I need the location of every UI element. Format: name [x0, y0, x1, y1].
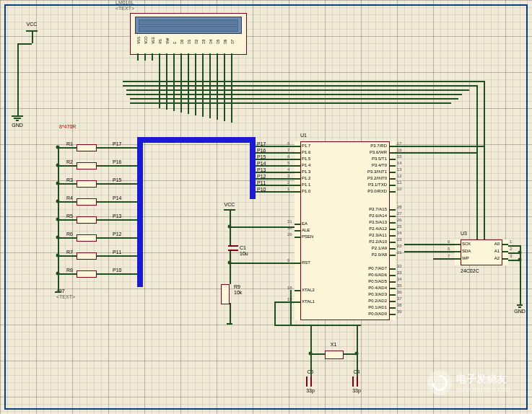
pin-name: XTAL1 — [302, 299, 315, 304]
c1-value: 10u — [240, 251, 248, 256]
r9-value: 10k — [234, 290, 242, 295]
pin-name: P1.2 — [302, 176, 310, 180]
resistor-ref: R6 — [66, 232, 73, 237]
net-label: P16 — [113, 159, 121, 164]
label-vcc: VCC — [27, 22, 38, 27]
pin-name: P2.4/A12 — [369, 226, 387, 231]
pin-name: P2.6/A14 — [369, 213, 387, 218]
pin-name: P0.2/AD2 — [368, 299, 387, 303]
pin-number: 35 — [397, 283, 402, 288]
u1-ref: U1 — [300, 133, 307, 138]
component-resistor[interactable] — [77, 162, 97, 169]
u3-ref: U3 — [461, 231, 467, 236]
component-x1[interactable] — [325, 351, 344, 359]
component-resistor[interactable] — [77, 234, 97, 242]
pin-number: 2 — [510, 247, 512, 251]
pin-name: P0.5/AD5 — [368, 279, 387, 283]
net-label: P17 — [113, 141, 121, 146]
c5-value: 33p — [306, 388, 315, 393]
pin-name: P1.0 — [302, 189, 310, 193]
label-gnd: GND — [12, 123, 23, 128]
component-resistor[interactable] — [77, 180, 97, 188]
pin-name: XTAL2 — [302, 288, 315, 292]
pin-number: 13 — [397, 167, 402, 172]
lcd-ref: LM016L — [115, 0, 134, 5]
label-vcc2: VCC — [224, 202, 235, 207]
net-label: P15 — [113, 177, 121, 182]
component-resistor[interactable] — [77, 252, 97, 260]
pin-name: A1 — [494, 249, 500, 253]
bus-segment-v1[interactable] — [137, 138, 143, 287]
pin-name: P3.5/T1 — [372, 157, 387, 161]
resistor-ref: R3 — [66, 177, 73, 182]
pin-number: 23 — [397, 237, 402, 242]
pin-number: 10 — [397, 187, 402, 191]
lcd-pin — [224, 53, 225, 61]
pin-name: P2.5/A13 — [369, 220, 387, 224]
pin-number: 14 — [397, 161, 402, 165]
pin-name: SDA — [462, 249, 471, 253]
lcd-pin — [180, 53, 182, 61]
pin-name: P2.0/A8 — [372, 252, 387, 257]
pin-name: RST — [302, 260, 310, 265]
component-resistor[interactable] — [77, 216, 97, 224]
component-resistor[interactable] — [77, 270, 97, 278]
component-r9[interactable] — [221, 284, 230, 304]
pin-name: P0.6/AD6 — [368, 273, 387, 277]
lcd-pin — [195, 53, 196, 61]
pin-number: 25 — [397, 224, 402, 229]
lcd-pin-label: D7 — [230, 40, 235, 44]
pin-name: P3.2/INT0 — [367, 176, 387, 180]
pin-number: 38 — [397, 303, 402, 307]
pin-number: 31 — [287, 219, 292, 224]
pin-number: 26 — [397, 218, 402, 222]
pin-name: P0.3/AD3 — [368, 292, 387, 296]
component-resistor[interactable] — [77, 198, 97, 206]
x1-ref: X1 — [331, 342, 337, 347]
pin-name: P0.7/AD7 — [368, 266, 387, 270]
lcd-pin-label: VSS — [136, 37, 141, 44]
pin-number: 3 — [510, 254, 512, 258]
pin-name: P3.6/WR — [370, 150, 387, 154]
component-resistor[interactable] — [77, 144, 97, 151]
pin-name: ALE — [302, 228, 310, 232]
lcd-pin-label: D4 — [209, 40, 213, 44]
c1-ref: C1 — [240, 245, 246, 250]
net-label: P10 — [113, 268, 121, 273]
bus-segment-h[interactable] — [137, 137, 254, 143]
pin-name: P3.4/T0 — [372, 163, 387, 167]
r9-ref: R9 — [234, 284, 240, 289]
pin-name: A0 — [494, 242, 500, 246]
c4-value: 33p — [352, 388, 361, 393]
lcd-pin — [166, 53, 167, 61]
lcd-pin — [217, 53, 218, 61]
pin-name: P0.4/AD4 — [368, 286, 387, 290]
lcd-pin-label: D1 — [187, 40, 191, 44]
pin-name: P3.7/RD — [370, 144, 387, 148]
lcd-pin-label: RW — [165, 38, 170, 44]
bus-segment-v2[interactable] — [250, 137, 256, 199]
pin-number: 15 — [397, 154, 402, 159]
lcd-pin — [152, 53, 153, 61]
label-gnd2: GND — [514, 309, 526, 314]
lcd-pin-label: VEE — [151, 37, 155, 44]
pin-name: P3.0/RXD — [367, 189, 387, 193]
pin-name: WP — [462, 256, 469, 260]
pin-name: P1.4 — [302, 163, 310, 167]
pin-name: P2.1/A9 — [372, 246, 387, 250]
pin-number: 28 — [397, 205, 402, 209]
net-label: P12 — [113, 232, 121, 237]
lcd-pin-label: D6 — [223, 40, 227, 44]
pin-name: A2 — [494, 256, 500, 260]
component-lcd[interactable] — [130, 13, 247, 55]
pin-number: 39 — [397, 309, 402, 314]
lcd-pin-label: E — [173, 42, 177, 44]
pin-name: P1.7 — [302, 144, 310, 148]
pin-number: 36 — [397, 290, 402, 294]
lcd-pin-label: VDD — [144, 36, 148, 44]
watermark: 电子发烧友 www.elecfans.com — [427, 371, 510, 395]
schematic-canvas[interactable]: VSSVDDVEERSRWED0D1D2D3D4D5D6D7 LM016L <T… — [0, 0, 532, 414]
lcd-pin-label: D0 — [180, 40, 184, 44]
lcd-pin — [231, 53, 232, 61]
lcd-pin — [144, 53, 146, 61]
